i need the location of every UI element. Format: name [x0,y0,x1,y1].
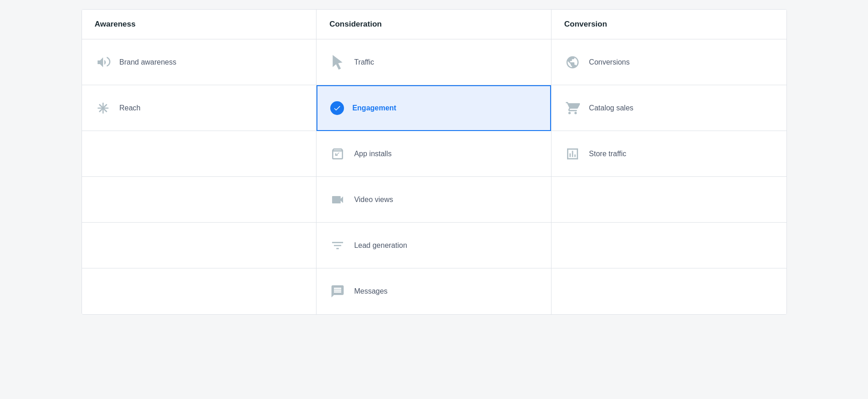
check-circle-icon [330,101,344,115]
engagement-item[interactable]: Engagement [317,85,551,131]
messages-label: Messages [354,287,388,295]
globe-icon [564,54,581,71]
store-traffic-label: Store traffic [589,150,627,158]
traffic-item[interactable]: Traffic [317,39,551,85]
awareness-empty-3 [82,223,317,268]
conversion-empty-2 [551,223,786,268]
consideration-header: Consideration [317,10,551,39]
svg-line-5 [99,104,102,107]
box-icon [329,146,346,162]
header-row: Awareness Consideration Conversion [82,10,786,39]
svg-line-6 [104,109,106,111]
app-installs-item[interactable]: App installs [317,131,551,177]
video-icon [329,191,346,208]
cart-icon [564,100,581,116]
lead-generation-item[interactable]: Lead generation [317,223,551,268]
svg-line-8 [99,109,102,111]
campaign-objective-table: Awareness Consideration Conversion Brand… [82,9,787,315]
lead-generation-label: Lead generation [354,241,407,250]
megaphone-icon [95,54,111,71]
consideration-column: Traffic Engagement App installs [317,39,551,314]
reach-icon [95,100,111,116]
conversion-header: Conversion [551,10,786,39]
messages-icon [329,283,346,300]
app-installs-label: App installs [354,150,392,158]
conversion-empty-1 [551,177,786,223]
reach-item[interactable]: Reach [82,85,317,131]
filter-icon [329,237,346,254]
catalog-sales-label: Catalog sales [589,104,633,112]
messages-item[interactable]: Messages [317,268,551,314]
body-grid: Brand awareness Reach [82,39,786,314]
conversions-label: Conversions [589,58,630,66]
conversions-item[interactable]: Conversions [551,39,786,85]
store-icon [564,146,581,162]
engagement-label: Engagement [352,104,396,112]
video-views-item[interactable]: Video views [317,177,551,223]
reach-label: Reach [120,104,141,112]
brand-awareness-item[interactable]: Brand awareness [82,39,317,85]
video-views-label: Video views [354,196,393,204]
conversion-empty-3 [551,268,786,314]
svg-line-7 [104,104,106,107]
awareness-header: Awareness [82,10,317,39]
awareness-column: Brand awareness Reach [82,39,317,314]
awareness-empty-2 [82,177,317,223]
cursor-icon [329,54,346,71]
traffic-label: Traffic [354,58,374,66]
catalog-sales-item[interactable]: Catalog sales [551,85,786,131]
conversion-column: Conversions Catalog sales Store traffic [551,39,786,314]
awareness-empty-1 [82,131,317,177]
store-traffic-item[interactable]: Store traffic [551,131,786,177]
brand-awareness-label: Brand awareness [120,58,177,66]
awareness-empty-4 [82,268,317,314]
